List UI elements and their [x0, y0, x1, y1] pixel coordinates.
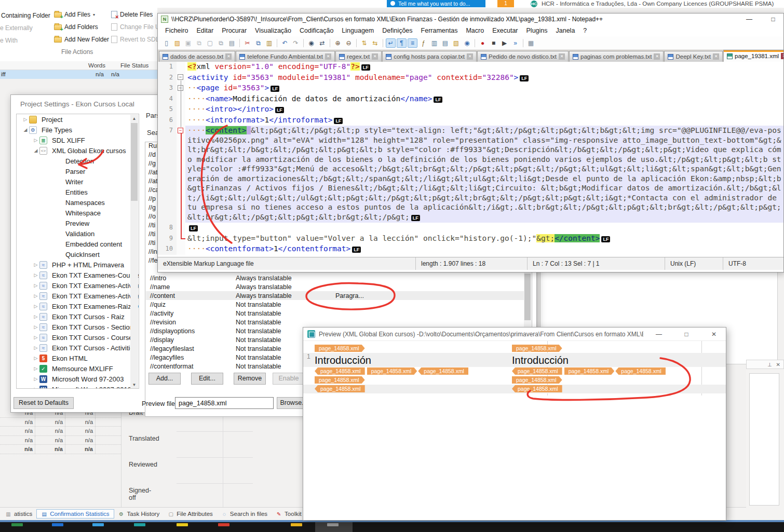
notepad-tab[interactable]: regex.txt ✕ [335, 51, 382, 62]
edit-rule-button[interactable]: Edit... [191, 373, 223, 385]
print[interactable]: ▤ [227, 38, 237, 48]
tree-item[interactable]: ▷ Memsource MXLIFF [17, 363, 139, 374]
scroll-thumb[interactable] [131, 123, 138, 201]
undo[interactable]: ↶ [280, 38, 290, 48]
preview-tags-row[interactable]: page_14858.xmlpage_14858.xml [303, 376, 726, 385]
macro-play[interactable]: ▶ [499, 38, 509, 48]
taskbar-app-4-icon[interactable] [134, 523, 145, 526]
fold-margin[interactable] [177, 244, 185, 255]
close-doc[interactable]: ▢ [205, 38, 215, 48]
expander-icon[interactable]: ▷ [32, 376, 39, 381]
close-tab-icon[interactable]: ✕ [559, 53, 565, 60]
notepad-tab[interactable]: telefone Fundo Ambiental.txt ✕ [236, 51, 335, 62]
preview-tags-row[interactable]: page_14858.xmlpage_14858.xmlpage_14858.x… [303, 367, 726, 376]
code-line[interactable]: 6····<introformat>1</introformat>LF [158, 115, 783, 126]
menu-item[interactable]: Definições [378, 26, 416, 35]
close-tab-icon[interactable]: ✕ [713, 53, 719, 60]
tree-item[interactable]: ▷ Ekon TXT Cursos - Raiz [17, 311, 139, 322]
md-viewer[interactable]: ▦ [526, 38, 536, 48]
sep-2[interactable] [277, 39, 277, 47]
expander-icon[interactable]: ▷ [32, 345, 39, 350]
expander-icon[interactable]: ▷ [32, 293, 39, 298]
sep-5[interactable] [356, 39, 357, 47]
doc-map[interactable]: ▥ [429, 38, 439, 48]
notepad-tab[interactable]: page_19381.xml ✕ [723, 50, 783, 62]
macro-record[interactable]: ● [478, 38, 488, 48]
sep-4[interactable] [330, 39, 330, 47]
taskbar-app-7-icon[interactable] [291, 523, 302, 526]
tree-item[interactable]: ▷ Microsoft Word 2007-2013 [17, 384, 139, 389]
expander-icon[interactable]: ▷ [32, 138, 39, 143]
xml-tag-chip[interactable]: page_14858.xml [367, 367, 417, 375]
macro-stop[interactable]: ■ [489, 38, 498, 48]
parser-rule-row[interactable]: //content Always translatable Paragra... [146, 291, 524, 300]
sync-scroll-h[interactable]: ⇆ [370, 38, 380, 48]
parser-rule-row[interactable]: //intro Always translatable [146, 274, 524, 282]
tree-item[interactable]: ▷ Ekon TXT Cursos - Sections [17, 322, 139, 332]
parser-rule-row[interactable]: //activity Not translatable [146, 309, 524, 318]
tree-item[interactable]: Writer [17, 176, 139, 187]
xml-tag-chip[interactable]: page_14858.xml [512, 385, 562, 392]
bottom-tab[interactable]: File Attributes [164, 510, 217, 518]
menu-item[interactable]: Plugins [522, 26, 552, 35]
save[interactable]: ▣ [183, 38, 193, 48]
code-line[interactable]: 1<?xml version="1.0" encoding="UTF-8"?>L… [158, 62, 783, 73]
tree-item[interactable]: ◢ File Types [17, 125, 139, 135]
parser-rule-row[interactable]: //quiz Not translatable [146, 300, 524, 309]
sep-1[interactable] [239, 39, 240, 47]
tree-item[interactable]: ▷ Ekon TXT Examenes-Activities- [17, 280, 139, 291]
preview-heading-row[interactable]: 1IntroducciónIntroducción [303, 353, 726, 367]
fold-collapse-icon[interactable]: − [178, 74, 183, 80]
redo[interactable]: ↷ [291, 38, 301, 48]
menu-item[interactable]: Executar [488, 26, 522, 35]
function-list[interactable]: ƒ [418, 38, 428, 48]
scroll-down-icon[interactable]: ▼ [130, 381, 138, 389]
tree-item[interactable]: ▷ Project [17, 114, 139, 125]
reset-to-defaults-button[interactable]: Reset to Defaults [13, 397, 74, 409]
expander-icon[interactable]: ◢ [22, 127, 29, 132]
parser-rule-row[interactable]: //name Always translatable [146, 282, 524, 291]
code-line[interactable]: 8LF [158, 223, 783, 234]
tree-item[interactable]: Validation [17, 228, 139, 239]
code-line[interactable]: 5····<intro></intro>LF [158, 104, 783, 115]
code-line[interactable]: 9&lt;input type="button" value="Volver a… [158, 234, 783, 244]
tree-scrollbar[interactable]: ▲ ▼ [130, 115, 138, 389]
xml-tag-chip[interactable]: page_14858.xml [564, 367, 615, 375]
xml-tag-chip[interactable]: page_14858.xml [512, 376, 562, 384]
column-file-status[interactable]: File Status [120, 62, 148, 69]
pin-icon[interactable]: ⊥ [767, 362, 772, 367]
preview-maximize-button[interactable]: □ [674, 331, 698, 338]
maximize-button[interactable]: □ [763, 16, 783, 23]
expander-icon[interactable]: ▷ [32, 387, 39, 389]
indent-guide[interactable]: ≡ [408, 38, 417, 48]
expander-icon[interactable]: ▷ [32, 324, 39, 330]
menu-item[interactable]: Procurar [218, 26, 251, 35]
xml-tag-chip[interactable]: page_14858.xml [315, 376, 365, 384]
expander-icon[interactable]: ◢ [32, 148, 39, 153]
tree-item[interactable]: ▷ Ekon TXT Examenes-Raiz-Ques [17, 301, 139, 311]
preview-minimize-button[interactable]: — [647, 331, 671, 338]
preview-tags-row[interactable]: page_14858.xmlpage_14858.xml [303, 344, 726, 353]
expander-icon[interactable]: ▷ [32, 366, 39, 371]
notepad-tab[interactable]: config hosts para copiar.txt ✕ [382, 51, 477, 62]
tree-item[interactable]: Entities [17, 187, 139, 197]
add-rule-button[interactable]: Add... [148, 373, 181, 385]
fold-margin[interactable] [177, 62, 185, 73]
tree-item[interactable]: ▷ Microsoft Word 97-2003 [17, 374, 139, 384]
sep-7[interactable] [475, 39, 475, 47]
fold-collapse-icon[interactable]: − [178, 128, 183, 133]
folder-workspace[interactable]: ▧ [451, 38, 461, 48]
taskbar-app-2-icon[interactable] [52, 523, 63, 526]
taskbar-app-1-icon[interactable] [11, 523, 23, 526]
save-all[interactable]: ⧉ [194, 38, 204, 48]
windows-taskbar[interactable] [0, 522, 784, 532]
bottom-tab[interactable]: Toolkit [272, 510, 306, 518]
tree-item[interactable]: Parser [17, 166, 139, 176]
copy[interactable]: ⧉ [253, 38, 263, 48]
notepad-tab[interactable]: paginas com problemas.txt ✕ [569, 51, 664, 62]
word-wrap[interactable]: ↵ [386, 38, 396, 48]
bottom-tab[interactable]: Task History [114, 510, 164, 518]
expander-icon[interactable]: ▷ [32, 304, 39, 309]
add-folders-button[interactable]: Add Folders [54, 23, 98, 31]
revert-to-sdl-button[interactable]: Revert to SDL [111, 36, 159, 43]
